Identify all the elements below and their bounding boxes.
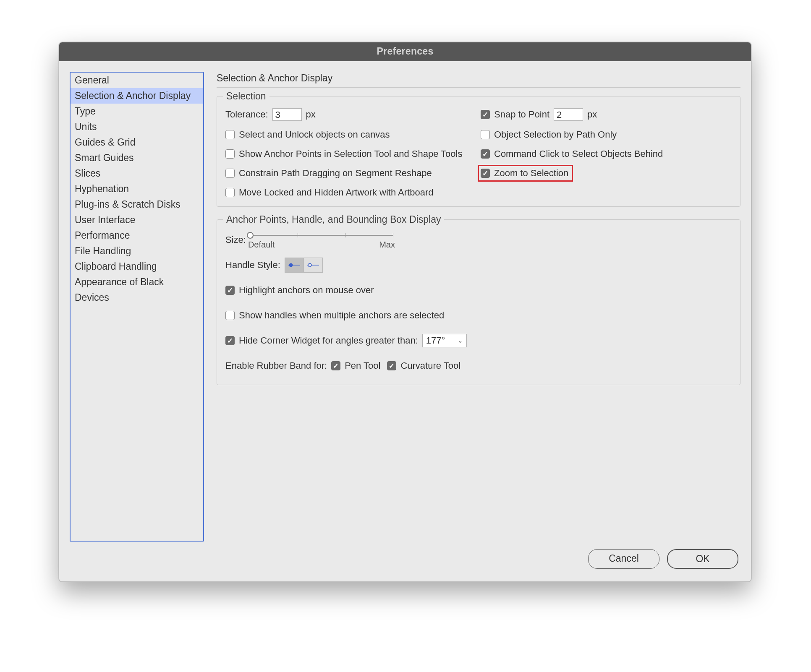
size-max-label: Max: [379, 240, 395, 250]
check-icon: ✓: [389, 362, 395, 370]
sidebar-item-units[interactable]: Units: [71, 119, 203, 135]
size-min-label: Default: [248, 240, 275, 250]
sidebar-item-smart-guides[interactable]: Smart Guides: [71, 150, 203, 166]
sidebar-item-general[interactable]: General: [71, 73, 203, 88]
cmd-click-behind-label: Command Click to Select Objects Behind: [494, 148, 663, 159]
pen-tool-label: Pen Tool: [345, 360, 380, 371]
svg-point-3: [308, 263, 311, 267]
highlight-anchors-checkbox[interactable]: ✓: [225, 286, 235, 295]
tolerance-label: Tolerance:: [225, 109, 268, 120]
highlight-anchors-label: Highlight anchors on mouse over: [239, 285, 374, 296]
move-locked-label: Move Locked and Hidden Artwork with Artb…: [239, 187, 433, 198]
curvature-tool-checkbox[interactable]: ✓: [387, 361, 396, 370]
anchor-legend: Anchor Points, Handle, and Bounding Box …: [223, 214, 444, 225]
snap-to-point-unit: px: [587, 109, 597, 120]
size-slider[interactable]: Default Max: [250, 232, 393, 248]
sidebar-item-guides-grid[interactable]: Guides & Grid: [71, 135, 203, 150]
hide-corner-widget-label: Hide Corner Widget for angles greater th…: [239, 335, 418, 346]
show-handles-multi-checkbox[interactable]: [225, 311, 235, 320]
handle-style-filled-button[interactable]: [285, 258, 303, 272]
handle-style-group: [285, 258, 323, 273]
check-icon: ✓: [482, 170, 488, 177]
show-handles-multi-label: Show handles when multiple anchors are s…: [239, 310, 444, 321]
hide-corner-widget-checkbox[interactable]: ✓: [225, 336, 235, 345]
snap-to-point-input[interactable]: 2: [554, 108, 583, 121]
tolerance-unit: px: [306, 109, 316, 120]
show-anchor-points-label: Show Anchor Points in Selection Tool and…: [239, 148, 462, 159]
constrain-path-checkbox[interactable]: [225, 169, 235, 178]
rubber-band-label: Enable Rubber Band for:: [225, 360, 327, 371]
sidebar-item-type[interactable]: Type: [71, 104, 203, 119]
pen-tool-checkbox[interactable]: ✓: [331, 361, 340, 370]
move-locked-checkbox[interactable]: [225, 188, 235, 197]
sidebar-item-selection-anchor[interactable]: Selection & Anchor Display: [71, 88, 203, 104]
size-label: Size:: [225, 234, 246, 245]
corner-angle-value: 177°: [426, 335, 445, 346]
curvature-tool-label: Curvature Tool: [400, 360, 460, 371]
sidebar-item-performance[interactable]: Performance: [71, 228, 203, 243]
category-sidebar: General Selection & Anchor Display Type …: [70, 72, 204, 542]
selection-legend: Selection: [223, 91, 269, 102]
selection-fieldset: Selection Tolerance: 3 px ✓ Snap to Poin…: [217, 96, 740, 207]
sidebar-item-clipboard-handling[interactable]: Clipboard Handling: [71, 259, 203, 274]
check-icon: ✓: [227, 337, 233, 344]
check-icon: ✓: [227, 287, 233, 294]
zoom-to-selection-highlight: ✓ Zoom to Selection: [478, 165, 573, 182]
snap-to-point-label: Snap to Point: [494, 109, 549, 120]
select-unlock-checkbox[interactable]: [225, 130, 235, 139]
check-icon: ✓: [482, 151, 488, 158]
chevron-down-icon: ⌄: [458, 337, 463, 344]
ok-button[interactable]: OK: [667, 549, 738, 569]
sidebar-item-plugins-scratch[interactable]: Plug-ins & Scratch Disks: [71, 197, 203, 212]
sidebar-item-file-handling[interactable]: File Handling: [71, 243, 203, 259]
panel-title: Selection & Anchor Display: [217, 73, 740, 88]
dialog-footer: Cancel OK: [59, 546, 751, 581]
sidebar-item-slices[interactable]: Slices: [71, 166, 203, 181]
show-anchor-points-checkbox[interactable]: [225, 149, 235, 159]
handle-filled-icon: [288, 262, 300, 268]
dialog-title: Preferences: [59, 42, 751, 61]
sidebar-item-appearance-black[interactable]: Appearance of Black: [71, 274, 203, 290]
handle-style-label: Handle Style:: [225, 260, 280, 271]
object-path-only-label: Object Selection by Path Only: [494, 129, 617, 140]
preferences-dialog: Preferences General Selection & Anchor D…: [59, 42, 751, 582]
handle-style-hollow-button[interactable]: [304, 258, 322, 272]
corner-angle-dropdown[interactable]: 177° ⌄: [422, 334, 467, 347]
main-panel: Selection & Anchor Display Selection Tol…: [217, 72, 740, 542]
constrain-path-label: Constrain Path Dragging on Segment Resha…: [239, 168, 432, 179]
zoom-to-selection-checkbox[interactable]: ✓: [481, 169, 490, 178]
tolerance-input[interactable]: 3: [272, 108, 302, 121]
sidebar-item-devices[interactable]: Devices: [71, 290, 203, 305]
zoom-to-selection-label: Zoom to Selection: [494, 168, 568, 179]
check-icon: ✓: [333, 362, 339, 370]
svg-point-1: [289, 263, 293, 267]
snap-to-point-checkbox[interactable]: ✓: [481, 110, 490, 119]
check-icon: ✓: [482, 111, 488, 118]
handle-hollow-icon: [307, 262, 319, 268]
anchor-fieldset: Anchor Points, Handle, and Bounding Box …: [217, 219, 740, 385]
object-path-only-checkbox[interactable]: [481, 130, 490, 139]
sidebar-item-hyphenation[interactable]: Hyphenation: [71, 181, 203, 197]
select-unlock-label: Select and Unlock objects on canvas: [239, 129, 390, 140]
cancel-button[interactable]: Cancel: [588, 549, 659, 569]
sidebar-item-user-interface[interactable]: User Interface: [71, 212, 203, 228]
cmd-click-behind-checkbox[interactable]: ✓: [481, 149, 490, 159]
